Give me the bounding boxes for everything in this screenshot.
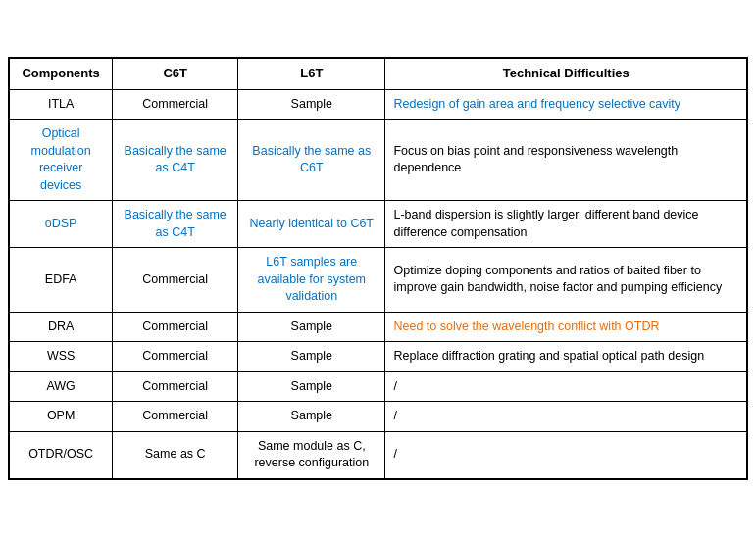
table-row: OTDR/OSCSame as CSame module as C, rever… xyxy=(10,431,747,478)
tech-cell: L-band dispersion is slightly larger, di… xyxy=(385,201,747,248)
table-row: AWGCommercialSample/ xyxy=(10,371,747,402)
tech-cell: / xyxy=(385,371,747,402)
tech-cell: Optimize doping components and ratios of… xyxy=(385,248,747,313)
header-c6t: C6T xyxy=(113,59,238,89)
c6t-cell: Commercial xyxy=(113,371,238,402)
table-row: WSSCommercialSampleReplace diffraction g… xyxy=(10,342,747,372)
tech-cell: Replace diffraction grating and spatial … xyxy=(385,342,747,372)
l6t-cell: Nearly identical to C6T xyxy=(238,201,385,248)
c6t-cell: Commercial xyxy=(113,342,238,372)
main-table: Components C6T L6T Technical Difficultie… xyxy=(8,57,748,479)
l6t-cell: L6T samples are available for system val… xyxy=(238,248,385,313)
l6t-cell: Sample xyxy=(238,312,385,342)
table-row: ITLACommercialSampleRedesign of gain are… xyxy=(10,89,747,120)
l6t-cell: Sample xyxy=(238,342,385,372)
component-cell: Optical modulation receiver devices xyxy=(10,120,113,201)
component-cell: EDFA xyxy=(10,248,113,313)
table-row: EDFACommercialL6T samples are available … xyxy=(10,248,747,313)
c6t-cell: Commercial xyxy=(113,248,238,313)
tech-cell: Need to solve the wavelength conflict wi… xyxy=(385,312,747,342)
table-row: Optical modulation receiver devicesBasic… xyxy=(10,120,747,201)
header-tech: Technical Difficulties xyxy=(385,59,747,89)
component-cell: DRA xyxy=(10,312,113,342)
component-cell: oDSP xyxy=(10,201,113,248)
table-row: oDSPBasically the same as C4TNearly iden… xyxy=(10,201,747,248)
l6t-cell: Sample xyxy=(238,402,385,432)
table-row: DRACommercialSampleNeed to solve the wav… xyxy=(10,312,747,342)
c6t-cell: Commercial xyxy=(113,89,238,120)
table-row: OPMCommercialSample/ xyxy=(10,402,747,432)
component-cell: OTDR/OSC xyxy=(10,431,113,478)
component-cell: WSS xyxy=(10,342,113,372)
header-l6t: L6T xyxy=(238,59,385,89)
tech-cell: / xyxy=(385,402,747,432)
l6t-cell: Basically the same as C6T xyxy=(238,120,385,201)
component-cell: OPM xyxy=(10,402,113,432)
c6t-cell: Same as C xyxy=(113,431,238,478)
c6t-cell: Commercial xyxy=(113,402,238,432)
l6t-cell: Same module as C, reverse configuration xyxy=(238,431,385,478)
c6t-cell: Commercial xyxy=(113,312,238,342)
tech-cell: / xyxy=(385,431,747,478)
c6t-cell: Basically the same as C4T xyxy=(113,120,238,201)
tech-cell: Redesign of gain area and frequency sele… xyxy=(385,89,747,120)
header-components: Components xyxy=(10,59,113,89)
component-cell: ITLA xyxy=(10,89,113,120)
component-cell: AWG xyxy=(10,371,113,402)
tech-cell: Focus on bias point and responsiveness w… xyxy=(385,120,747,201)
l6t-cell: Sample xyxy=(238,371,385,402)
l6t-cell: Sample xyxy=(238,89,385,120)
c6t-cell: Basically the same as C4T xyxy=(113,201,238,248)
